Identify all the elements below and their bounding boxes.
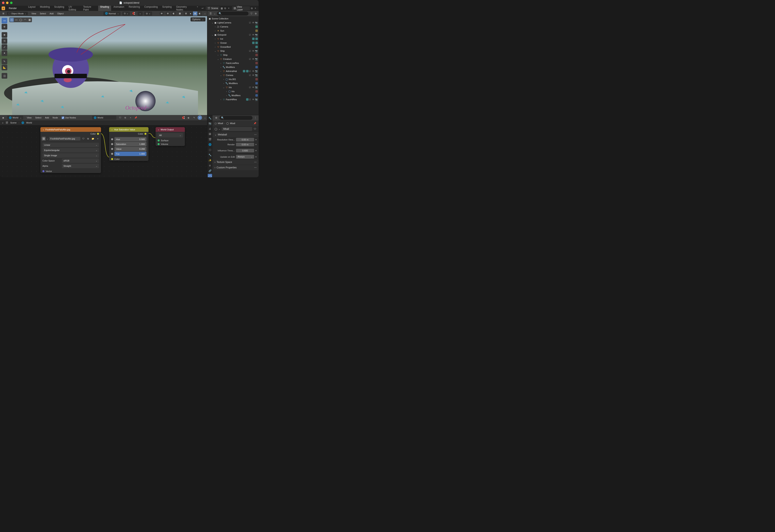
fake-user-icon[interactable]: 🛡 [81,137,85,141]
snap-icon[interactable]: 🧲 [182,116,185,119]
viewlayer-selector[interactable]: 🖼 View Layer [232,6,250,10]
collapse-icon[interactable] [111,128,113,131]
collapse-icon[interactable] [158,128,159,131]
wireframe-shading-icon[interactable]: ⊞ [184,12,188,16]
filter-icon[interactable]: ▽ [250,12,253,15]
render-icon[interactable]: 📷 [255,21,258,24]
visibility-icon[interactable]: 👁 [252,50,254,52]
expander-icon[interactable]: ⌄ [216,58,219,60]
backdrop-icon[interactable]: ● [198,115,202,120]
back-to-previous-icon[interactable]: ↩ [201,7,204,10]
gizmo-toggle-icon[interactable]: ⊕ [165,11,170,16]
saturation-field[interactable]: Saturation1.800 [114,142,146,146]
scene-selector[interactable]: 🎬 Scene [206,6,220,10]
pivot-selector[interactable]: ⊙⌄ [122,12,130,16]
tree-row[interactable]: ⌄Iris☑👁📷 [207,85,258,89]
viewlayer-tab-icon[interactable]: 🖼 [208,132,212,136]
render-icon[interactable]: 📷 [255,34,258,36]
value-socket-icon[interactable] [111,153,113,155]
outliner-search[interactable]: 🔍 [217,12,248,16]
material-shading-icon[interactable]: ◉ [193,12,197,16]
new-image-icon[interactable]: ⧉ [86,137,90,141]
breadcrumb-scene[interactable]: Scene [10,121,17,124]
panel-header[interactable]: Custom Properties⋯ [212,165,258,170]
node-menu-select[interactable]: Select [34,116,43,119]
tree-row[interactable]: ›Modifiers [207,65,258,69]
unlink-image-icon[interactable]: × [96,137,100,141]
anim-dot-icon[interactable] [255,156,256,157]
object-tab-icon[interactable]: ▢ [208,147,212,152]
editor-type-icon[interactable]: ◉ [1,116,5,120]
res-view-field[interactable]: 0.05 m [236,138,254,141]
window-close-icon[interactable] [2,2,4,4]
hue-field[interactable]: Hue0.500 [114,137,146,141]
tree-row[interactable]: ›Camera [207,25,258,29]
image-thumb-icon[interactable]: 🖼 [42,137,46,141]
expander-icon[interactable]: › [225,94,228,97]
expander-icon[interactable]: ⌄ [214,50,216,52]
exclude-icon[interactable]: ☑ [248,50,251,52]
tree-row[interactable]: ›AdmiralHat☑👁📷 [207,69,258,73]
output-tab-icon[interactable]: 🖨 [208,126,212,131]
tree-row[interactable]: ›Sun [207,29,258,33]
expander-icon[interactable]: › [219,98,222,101]
image-filename[interactable]: FoothillsParkPaloAlto.jpg [49,137,80,140]
group-parent-icon[interactable]: ↰ [192,116,195,119]
backdrop-options-icon[interactable]: ⌄ [204,116,206,119]
tree-row[interactable]: ›Modifiers [207,93,258,97]
render-icon[interactable]: 📷 [255,50,258,52]
fac-field[interactable]: Fac1.000 [114,152,146,156]
xray-toggle[interactable]: ▦ [178,12,182,16]
render-field[interactable]: 0.83 m [236,143,254,146]
visibility-icon[interactable]: 👁 [252,34,254,36]
panel-header[interactable]: Metaball⋯ [212,132,258,137]
anim-dot-icon[interactable] [255,144,256,145]
tree-row[interactable]: ›Modifiers [207,81,258,85]
constraint-tab-icon[interactable]: 🔗 [208,168,212,173]
expander-icon[interactable]: › [219,70,222,72]
node-canvas[interactable]: FoothillsParkPaloAlto.jpg Color 🖼 ⌄ Foot… [0,125,207,177]
physics-tab-icon[interactable]: ⊚ [208,163,212,168]
shader-type-selector[interactable]: 🌐 World [7,116,23,120]
tree-row[interactable]: ⌄Octopoid☑👁📷 [207,33,258,37]
value-socket-icon[interactable] [111,148,113,150]
new-world-icon[interactable]: ⧉ [124,116,127,119]
node-menu-view[interactable]: View [25,116,33,119]
expander-icon[interactable]: › [219,62,222,64]
tree-row[interactable]: ›Ship [207,53,258,57]
value-field[interactable]: Value0.200 [114,147,146,151]
alpha-dropdown[interactable]: Straight [62,164,99,168]
node-environment-texture[interactable]: FoothillsParkPaloAlto.jpg Color 🖼 ⌄ Foot… [40,127,101,173]
scene-delete-icon[interactable]: × [227,7,230,10]
new-collection-icon[interactable]: ⊕ [254,12,257,15]
tree-row[interactable]: ⌄Ship☑👁📷 [207,49,258,53]
scene-new-icon[interactable]: ⧉ [224,7,227,10]
breadcrumb-data[interactable]: Mball [230,122,235,124]
tree-row[interactable]: ›OceanBed [207,45,258,49]
overlay-icon[interactable]: ◐ [187,116,190,119]
orientation-selector[interactable]: 🌐 Normal [103,12,121,16]
viewport-menu-object[interactable]: Object [56,12,65,15]
expander-icon[interactable]: › [214,38,216,40]
visibility-icon[interactable]: 👁 [252,70,254,72]
rendered-shading-icon[interactable]: ◐ [198,12,202,16]
node-hue-saturation[interactable]: Hue Saturation Value Color Hue0.500 Satu… [109,127,148,161]
tree-row[interactable]: ⌄Cornea☑👁📷 [207,73,258,77]
color-socket-icon[interactable] [111,158,113,160]
data-tab-icon[interactable]: ◯ [208,174,212,177]
visibility-icon[interactable]: 👁 [252,74,254,76]
update-dropdown[interactable]: Always [236,155,254,159]
tree-row[interactable]: ›Iris.001 [207,77,258,81]
viewlayer-delete-icon[interactable]: × [254,7,257,10]
render-icon[interactable]: 📷 [255,70,258,73]
value-socket-icon[interactable] [111,143,113,145]
tree-row[interactable]: ›Iris [207,89,258,93]
expander-icon[interactable]: › [214,46,216,48]
use-nodes-checkbox[interactable]: Use Nodes [62,116,76,119]
window-minimize-icon[interactable] [6,2,8,4]
solid-shading-icon[interactable]: ● [188,12,193,16]
colorspace-dropdown[interactable]: sRGB [62,158,99,163]
shader-socket-icon[interactable] [158,143,160,145]
visibility-icon[interactable]: 👁 [252,58,254,60]
visibility-icon[interactable]: 👁 [252,86,254,88]
